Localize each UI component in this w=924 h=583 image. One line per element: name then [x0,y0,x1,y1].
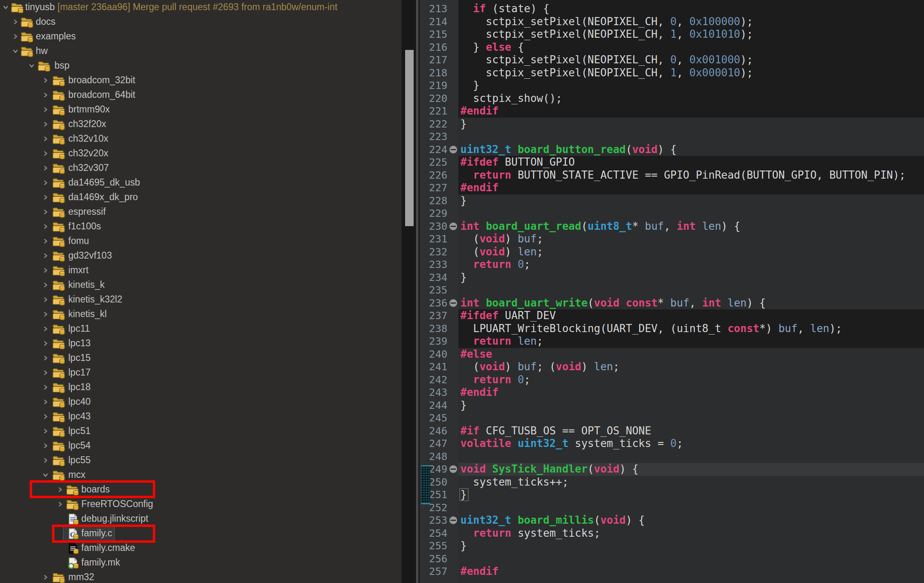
chevron-right-icon[interactable] [42,457,49,464]
code-line[interactable]: return BUTTON_STATE_ACTIVE == GPIO_PinRe… [460,169,906,182]
chevron-right-icon[interactable] [42,296,49,303]
tree-item-f1c100s[interactable]: f1c100s [0,219,401,234]
chevron-right-icon[interactable] [42,194,49,201]
chevron-right-icon[interactable] [42,179,49,186]
tree-item-lpc54[interactable]: lpc54 [0,438,401,453]
chevron-down-icon[interactable] [2,4,9,11]
line-number[interactable]: 237 [420,309,447,322]
code-line[interactable]: int board_uart_write(void const* buf, in… [460,297,766,310]
line-number[interactable]: 216 [420,41,447,54]
code-line[interactable]: if (state) { [460,2,549,15]
chevron-right-icon[interactable] [42,413,49,420]
chevron-right-icon[interactable] [42,574,49,581]
tree-item-brtmm90x[interactable]: brtmm90x [0,102,401,117]
fold-collapse-icon[interactable] [449,465,457,473]
chevron-right-icon[interactable] [42,267,49,274]
line-number[interactable]: 238 [420,322,447,335]
tree-scrollbar-thumb[interactable] [405,50,414,226]
line-number[interactable]: 218 [420,67,447,80]
chevron-right-icon[interactable] [42,238,49,244]
chevron-right-icon[interactable] [42,136,49,142]
tree-item-gd32vf103[interactable]: gd32vf103 [0,248,401,263]
chevron-down-icon[interactable] [28,63,35,69]
chevron-right-icon[interactable] [57,501,63,507]
line-number[interactable]: 244 [420,399,447,412]
fold-collapse-icon[interactable] [449,222,457,230]
line-number[interactable]: 223 [420,130,447,143]
code-line[interactable]: } [460,118,467,131]
chevron-right-icon[interactable] [42,121,49,127]
line-number[interactable]: 217 [420,54,447,67]
line-number[interactable]: 220 [420,92,447,105]
line-number[interactable]: 254 [420,527,447,540]
code-editor[interactable]: if (state) { sctpix_setPixel(NEOPIXEL_CH… [458,0,924,583]
code-line[interactable]: #else [460,348,492,361]
line-number[interactable]: 246 [420,425,447,438]
fold-collapse-icon[interactable] [449,146,457,153]
chevron-down-icon[interactable] [12,48,19,54]
tree-item-espressif[interactable]: espressif [0,205,401,219]
line-number[interactable]: 233 [420,258,447,271]
tree-item-kinetis-k[interactable]: kinetis_k [0,278,401,292]
line-number[interactable]: 229 [420,207,447,220]
code-line[interactable]: return len; [460,335,543,348]
tree-item-lpc15[interactable]: lpc15 [0,351,401,365]
line-number[interactable]: 247 [420,437,447,450]
code-line[interactable]: #endif [460,181,499,194]
code-line[interactable]: void SysTick_Handler(void) { [460,463,638,476]
tree-item-debug-jlinkscript[interactable]: debug.jlinkscript [0,512,401,526]
code-line[interactable]: uint32_t board_millis(void) { [460,514,645,527]
line-number[interactable]: 221 [420,105,447,118]
code-line[interactable]: } [460,540,467,553]
code-line[interactable]: sctpix_setPixel(NEOPIXEL_CH, 1, 0x101010… [460,28,753,41]
tree-item-kinetis-k32l2[interactable]: kinetis_k32l2 [0,292,401,307]
line-number[interactable]: 232 [420,246,447,259]
code-line[interactable]: sctpix_setPixel(NEOPIXEL_CH, 1, 0x000010… [460,67,753,80]
code-line[interactable]: sctpix_setPixel(NEOPIXEL_CH, 0, 0x100000… [460,15,753,28]
chevron-right-icon[interactable] [42,165,49,171]
tree-item-broadcom-32bit[interactable]: broadcom_32bit [0,73,401,88]
tree-item-lpc51[interactable]: lpc51 [0,424,401,438]
tree-item-ch32f20x[interactable]: ch32f20x [0,117,401,132]
code-line[interactable]: (void) buf; [460,233,543,246]
chevron-right-icon[interactable] [42,253,49,259]
tree-item-freertosconfig[interactable]: FreeRTOSConfig [0,497,401,512]
tree-item-lpc55[interactable]: lpc55 [0,453,401,468]
code-line[interactable]: system_ticks++; [460,476,568,489]
line-number[interactable]: 256 [420,553,447,566]
tree-item-bsp[interactable]: bsp [0,58,401,73]
chevron-right-icon[interactable] [42,282,49,288]
chevron-right-icon[interactable] [42,355,49,361]
tree-item-lpc17[interactable]: lpc17 [0,365,401,380]
code-line[interactable]: } [460,399,467,412]
code-line[interactable]: (void) buf; (void) len; [460,361,619,374]
line-number[interactable]: 214 [420,15,447,28]
code-line[interactable]: #endif [460,105,499,118]
chevron-down-icon[interactable] [42,472,49,478]
chevron-right-icon[interactable] [42,369,49,376]
chevron-right-icon[interactable] [42,428,49,434]
code-line[interactable]: #ifdef UART_DEV [460,309,556,322]
chevron-right-icon[interactable] [42,384,49,391]
code-line[interactable]: return 0; [460,258,530,271]
chevron-right-icon[interactable] [42,92,49,98]
chevron-right-icon[interactable] [42,326,49,332]
line-number[interactable]: 231 [420,233,447,246]
code-line[interactable]: } [460,271,467,284]
tree-item-lpc11[interactable]: lpc11 [0,322,401,336]
line-number[interactable]: 255 [420,540,447,553]
line-number[interactable]: 228 [420,194,447,207]
tree-item-lpc18[interactable]: lpc18 [0,380,401,395]
chevron-right-icon[interactable] [42,209,49,215]
line-number[interactable]: 235 [420,284,447,297]
code-line[interactable]: return system_ticks; [460,527,600,540]
code-line[interactable]: #endif [460,565,499,578]
tree-item-ch32v20x[interactable]: ch32v20x [0,146,401,161]
tree-item-examples[interactable]: examples [0,29,401,44]
line-number[interactable]: 253 [420,514,447,527]
chevron-right-icon[interactable] [42,150,49,157]
tree-item-family-mk[interactable]: family.mk [0,555,401,570]
code-line[interactable]: (void) len; [460,246,543,259]
chevron-right-icon[interactable] [42,106,49,113]
tree-item-imxrt[interactable]: imxrt [0,263,401,278]
